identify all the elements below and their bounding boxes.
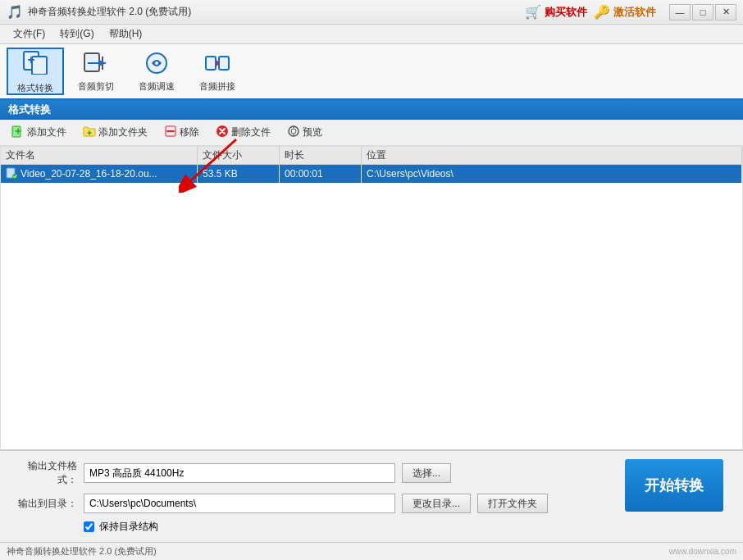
format-convert-label: 格式转换: [17, 82, 53, 94]
duration-value: 00:00:01: [285, 168, 323, 180]
top-toolbar: 格式转换 音频剪切 音频调速: [0, 44, 743, 100]
remove-label: 移除: [180, 125, 199, 139]
activate-label: 激活软件: [613, 5, 656, 20]
add-folder-label: 添加文件夹: [98, 125, 148, 139]
close-button[interactable]: ✕: [715, 4, 736, 20]
menu-bar: 文件(F) 转到(G) 帮助(H): [0, 25, 743, 44]
section-title: 格式转换: [8, 102, 51, 117]
col-resize-duration[interactable]: [358, 147, 361, 164]
col-header-filesize: 文件大小: [198, 147, 280, 164]
filesize-value: 53.5 KB: [203, 168, 238, 180]
key-icon: 🔑: [594, 4, 610, 20]
bottom-area: 输出文件格式： 选择... 输出到目录： 更改目录... 打开文件夹 保持目录结…: [0, 449, 743, 542]
keep-structure-label[interactable]: 保持目录结构: [99, 520, 158, 534]
cart-icon: 🛒: [525, 4, 541, 20]
svg-rect-9: [219, 57, 229, 70]
menu-help[interactable]: 帮助(H): [103, 25, 149, 43]
watermark: www.downxia.com: [669, 547, 736, 556]
change-dir-button[interactable]: 更改目录...: [402, 494, 471, 513]
cell-duration: 00:00:01: [280, 165, 362, 183]
preview-label: 预览: [303, 125, 322, 139]
location-value: C:\Users\pc\Videos\: [367, 168, 454, 180]
col-location-label: 位置: [367, 148, 386, 162]
add-folder-icon: [83, 125, 96, 140]
open-folder-button[interactable]: 打开文件夹: [477, 494, 548, 513]
section-header: 格式转换: [0, 100, 743, 120]
convert-label: 开始转换: [645, 477, 704, 494]
delete-file-label: 删除文件: [231, 125, 271, 139]
audio-splice-icon: [204, 50, 230, 79]
menu-file[interactable]: 文件(F): [7, 25, 52, 43]
buy-button[interactable]: 🛒 购买软件: [525, 4, 587, 20]
col-header-location: 位置: [362, 147, 742, 164]
title-bar: 🎵 神奇音频转换处理软件 2.0 (免费试用) 🛒 购买软件 🔑 激活软件 — …: [0, 0, 743, 25]
col-resize-filename[interactable]: [194, 147, 197, 164]
file-list-header: 文件名 文件大小 时长 位置: [1, 147, 742, 165]
keep-structure-checkbox[interactable]: [84, 521, 94, 532]
format-convert-icon: [22, 48, 48, 80]
col-filename-label: 文件名: [6, 148, 35, 162]
maximize-button[interactable]: □: [692, 4, 713, 20]
app-icon: 🎵: [7, 4, 23, 20]
title-bar-left: 🎵 神奇音频转换处理软件 2.0 (免费试用): [7, 4, 191, 20]
output-label: 输出到目录：: [11, 497, 77, 511]
delete-file-button[interactable]: 删除文件: [209, 122, 277, 143]
svg-point-17: [291, 129, 296, 134]
status-text: 神奇音频转换处理软件 2.0 (免费试用): [7, 545, 157, 558]
add-file-label: 添加文件: [27, 125, 66, 139]
audio-cut-label: 音频剪切: [78, 80, 114, 93]
output-row: 输出到目录： 更改目录... 打开文件夹: [11, 494, 617, 513]
add-folder-button[interactable]: 添加文件夹: [76, 122, 154, 143]
output-input[interactable]: [84, 494, 395, 513]
col-header-duration: 时长: [280, 147, 362, 164]
title-controls: — □ ✕: [669, 4, 736, 20]
preview-button[interactable]: 预览: [280, 122, 329, 143]
delete-icon: [216, 125, 229, 140]
col-filesize-label: 文件大小: [203, 148, 242, 162]
audio-cut-icon: [83, 50, 109, 79]
format-input[interactable]: [84, 463, 395, 483]
svg-point-7: [155, 61, 158, 65]
settings-fields: 输出文件格式： 选择... 输出到目录： 更改目录... 打开文件夹 保持目录结…: [11, 459, 617, 534]
keep-structure-row: 保持目录结构: [84, 520, 617, 534]
minimize-button[interactable]: —: [669, 4, 691, 20]
format-select-button[interactable]: 选择...: [402, 463, 451, 483]
file-icon: [6, 167, 17, 181]
add-file-icon: [11, 125, 25, 140]
status-bar: 神奇音频转换处理软件 2.0 (免费试用) www.downxia.com: [0, 542, 743, 560]
toolbar-audio-cut[interactable]: 音频剪切: [67, 48, 125, 95]
svg-rect-8: [206, 57, 216, 70]
cell-location: C:\Users\pc\Videos\: [362, 165, 742, 183]
toolbar-audio-splice[interactable]: 音频拼接: [189, 48, 246, 95]
audio-splice-label: 音频拼接: [199, 80, 235, 93]
toolbar-format-convert[interactable]: 格式转换: [7, 48, 64, 95]
col-duration-label: 时长: [285, 148, 304, 162]
add-file-button[interactable]: 添加文件: [5, 122, 73, 143]
cell-filename: Video_20-07-28_16-18-20.ou...: [1, 165, 198, 183]
move-icon: [164, 125, 177, 140]
col-header-filename: 文件名: [1, 147, 198, 164]
title-actions: 🛒 购买软件 🔑 激活软件: [525, 4, 656, 20]
cell-filesize: 53.5 KB: [198, 165, 280, 183]
format-row: 输出文件格式： 选择...: [11, 459, 617, 487]
remove-button[interactable]: 移除: [157, 122, 206, 143]
action-bar: 添加文件 添加文件夹 移除: [0, 120, 743, 146]
audio-speed-icon: [144, 50, 170, 79]
filename-value: Video_20-07-28_16-18-20.ou...: [21, 168, 157, 180]
audio-speed-label: 音频调速: [139, 80, 175, 93]
table-row[interactable]: Video_20-07-28_16-18-20.ou... 53.5 KB 00…: [1, 165, 742, 183]
buy-label: 购买软件: [545, 5, 587, 20]
title-text: 神奇音频转换处理软件 2.0 (免费试用): [28, 5, 191, 19]
format-label: 输出文件格式：: [11, 459, 77, 487]
preview-icon: [287, 125, 300, 140]
convert-button[interactable]: 开始转换: [625, 459, 723, 512]
toolbar-audio-speed[interactable]: 音频调速: [128, 48, 185, 95]
activate-button[interactable]: 🔑 激活软件: [594, 4, 656, 20]
col-resize-filesize[interactable]: [276, 147, 279, 164]
menu-goto[interactable]: 转到(G): [53, 25, 100, 43]
